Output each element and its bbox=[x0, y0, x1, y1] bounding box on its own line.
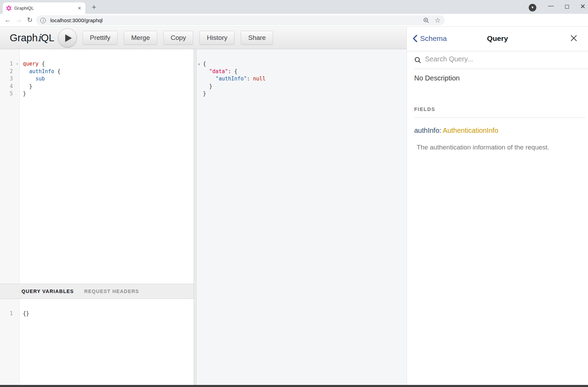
reload-icon[interactable]: ↻ bbox=[25, 14, 35, 26]
doc-search-input[interactable] bbox=[424, 55, 570, 63]
code-line: {} bbox=[23, 310, 194, 318]
line-number: 1▾ bbox=[0, 60, 19, 68]
doc-explorer-header: Schema Query bbox=[407, 27, 588, 51]
code-line: } bbox=[203, 83, 266, 91]
line-number: 2 bbox=[0, 68, 19, 76]
code-line: "data": { bbox=[203, 68, 266, 76]
line-number: 1 bbox=[0, 310, 19, 318]
share-button[interactable]: Share bbox=[241, 31, 273, 45]
taskbar-edge bbox=[0, 385, 588, 387]
query-editor-code[interactable]: query { authInfo { sub }} bbox=[23, 49, 194, 284]
page-info-icon[interactable]: i bbox=[40, 18, 46, 23]
tab-close-icon[interactable]: × bbox=[77, 5, 82, 11]
graphiql-logo: GraphiQL bbox=[10, 32, 54, 44]
omnibox[interactable]: i ☆ bbox=[36, 15, 445, 25]
doc-search bbox=[407, 51, 588, 69]
copy-button[interactable]: Copy bbox=[163, 31, 193, 45]
graphiql-toolbar: GraphiQL PrettifyMergeCopyHistoryShare bbox=[0, 27, 407, 49]
fold-arrow-icon[interactable]: ▾ bbox=[198, 62, 200, 67]
pane-divider[interactable] bbox=[194, 49, 197, 385]
doc-field-row: authInfo: AuthenticationInfo bbox=[414, 127, 585, 135]
code-line: { bbox=[203, 60, 266, 68]
result-viewer-code: { "data": { "authInfo": null }} bbox=[203, 49, 266, 98]
variables-code[interactable]: {} bbox=[23, 299, 194, 385]
forward-icon[interactable]: → bbox=[14, 14, 24, 26]
variables-gutter: 1 bbox=[0, 299, 20, 385]
tab-strip: GraphiQL × + ▼ — ✕ bbox=[0, 0, 588, 14]
toolbar-buttons: PrettifyMergeCopyHistoryShare bbox=[83, 31, 279, 45]
doc-fields-list: authInfo: AuthenticationInfoThe authenti… bbox=[414, 127, 585, 151]
doc-close-icon[interactable] bbox=[570, 34, 578, 43]
code-line: } bbox=[23, 90, 194, 98]
merge-button[interactable]: Merge bbox=[124, 31, 157, 45]
window-minimize-button[interactable]: — bbox=[543, 0, 559, 14]
variables-bar: QUERY VARIABLESREQUEST HEADERS bbox=[0, 284, 194, 299]
fold-arrow-icon[interactable]: ▾ bbox=[16, 60, 18, 68]
doc-fields-header: FIELDS bbox=[414, 106, 435, 112]
bookmark-star-icon[interactable]: ☆ bbox=[435, 16, 441, 24]
execute-button[interactable] bbox=[58, 28, 77, 48]
fields-divider bbox=[414, 118, 585, 118]
new-tab-button[interactable]: + bbox=[90, 3, 99, 12]
graphiql-app: GraphiQL PrettifyMergeCopyHistoryShare 1… bbox=[0, 27, 588, 385]
query-variables-editor[interactable]: 1 {} bbox=[0, 299, 194, 385]
browser-tab[interactable]: GraphiQL × bbox=[3, 2, 85, 14]
code-line: authInfo { bbox=[23, 68, 194, 76]
zoom-icon[interactable] bbox=[423, 17, 430, 24]
graphql-favicon-icon bbox=[6, 6, 11, 11]
code-line: } bbox=[203, 90, 266, 98]
window-maximize-button[interactable] bbox=[559, 0, 575, 14]
doc-no-description: No Description bbox=[414, 74, 460, 82]
tab-request-headers[interactable]: REQUEST HEADERS bbox=[84, 289, 139, 294]
field-name-link[interactable]: authInfo bbox=[414, 127, 439, 134]
field-type-link[interactable]: AuthenticationInfo bbox=[443, 127, 498, 134]
code-line: } bbox=[23, 83, 194, 91]
doc-title: Query bbox=[407, 34, 588, 43]
doc-explorer: Schema Query No Description bbox=[407, 27, 588, 385]
window-close-button[interactable]: ✕ bbox=[575, 0, 588, 14]
history-button[interactable]: History bbox=[199, 31, 235, 45]
line-number: 3 bbox=[0, 75, 19, 83]
play-icon bbox=[65, 34, 72, 42]
chrome-update-indicator-icon[interactable]: ▼ bbox=[529, 4, 536, 11]
line-number: 5 bbox=[0, 90, 19, 98]
query-editor-gutter: 1▾2345 bbox=[0, 49, 20, 284]
code-line: query { bbox=[23, 60, 194, 68]
tab-title: GraphiQL bbox=[14, 6, 77, 11]
result-viewer[interactable]: ▾ { "data": { "authInfo": null }} bbox=[197, 49, 407, 385]
url-input[interactable] bbox=[50, 17, 423, 24]
search-icon bbox=[414, 57, 421, 64]
prettify-button[interactable]: Prettify bbox=[83, 31, 118, 45]
search-underline bbox=[414, 69, 588, 69]
code-line: "authInfo": null bbox=[203, 75, 266, 83]
field-description: The authentication information of the re… bbox=[417, 144, 585, 151]
field-separator: : bbox=[439, 127, 443, 134]
query-editor[interactable]: 1▾2345 query { authInfo { sub }} bbox=[0, 49, 194, 284]
code-line: sub bbox=[23, 75, 194, 83]
back-icon[interactable]: ← bbox=[3, 14, 12, 26]
address-bar: ← → ↻ i ☆ P ✛ bbox=[0, 14, 588, 27]
browser-window: GraphiQL × + ▼ — ✕ ← → ↻ i ☆ P ✛ bbox=[0, 0, 588, 387]
tab-query-variables[interactable]: QUERY VARIABLES bbox=[22, 289, 74, 294]
line-number: 4 bbox=[0, 83, 19, 91]
